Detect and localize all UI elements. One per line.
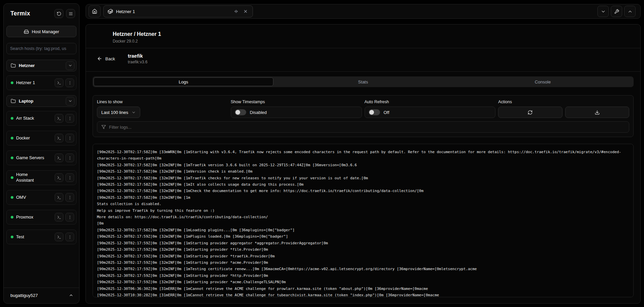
home-button[interactable] <box>89 5 101 17</box>
host-terminal-button[interactable] <box>55 154 63 162</box>
breadcrumb-title: Hetzner / Hetzner 1 <box>113 31 632 37</box>
panel-header: Hetzner / Hetzner 1 Docker 29.0.2 <box>86 24 640 48</box>
kebab-menu-icon <box>68 136 72 140</box>
back-label: Back <box>105 56 115 61</box>
split-view-button[interactable] <box>233 8 239 14</box>
folder-icon <box>11 99 16 104</box>
collapse-panel-button[interactable] <box>597 6 609 17</box>
group-header-laptop[interactable]: Laptop <box>6 95 76 107</box>
show-timestamps-switch[interactable] <box>235 109 246 115</box>
host-name: OMV <box>16 195 45 200</box>
close-tab-button[interactable] <box>243 8 249 14</box>
log-line: [90m2025-12-30T02:17:59Z[0m [32mINF[0m [… <box>97 279 629 285</box>
filter-logs-input[interactable] <box>109 125 625 130</box>
lines-to-show-select[interactable]: Last 100 lines <box>97 107 140 118</box>
host-terminal-button[interactable] <box>55 213 63 222</box>
container-image: traefik:v3.6 <box>128 60 148 64</box>
host-row-arr-stack[interactable]: Arr Stack <box>6 111 76 126</box>
tab-stats[interactable]: Stats <box>273 77 453 86</box>
auto-refresh-switch[interactable] <box>369 109 380 115</box>
host-menu-button[interactable] <box>65 114 74 123</box>
host-menu-button[interactable] <box>65 154 74 162</box>
split-view-icon <box>234 9 238 14</box>
host-status-dot <box>11 196 13 199</box>
log-line: [90m2025-12-30T02:17:59Z[0m [32mINF[0m [… <box>97 240 629 246</box>
sidebar-refresh-button[interactable] <box>54 9 63 18</box>
log-output[interactable]: [90m2025-12-30T02:17:58Z[0m [33mWRN[0m [… <box>93 144 634 297</box>
host-status-dot <box>11 137 13 139</box>
app-title: Termix <box>10 10 52 17</box>
host-menu-button[interactable] <box>65 78 74 87</box>
sidebar-footer: bugattiguy527 <box>4 288 79 303</box>
kebab-menu-icon <box>68 116 72 121</box>
host-menu-button[interactable] <box>65 193 74 202</box>
lines-to-show-group: Lines to show Last 100 lines <box>97 100 228 118</box>
log-line: [90m2025-12-30T10:30:28Z[0m [31mERR[0m [… <box>97 292 629 297</box>
host-row-game-servers[interactable]: Game Servers <box>6 150 76 165</box>
container-info: traefik traefik:v3.6 <box>128 53 148 64</box>
tab-logs[interactable]: Logs <box>94 77 273 86</box>
topbar-actions <box>597 6 636 17</box>
host-terminal-button[interactable] <box>55 134 63 142</box>
group-collapse-button[interactable] <box>66 97 74 106</box>
user-menu-button[interactable] <box>67 291 75 299</box>
menu-icon <box>68 11 73 16</box>
host-row-home-assistant[interactable]: Home Assistant <box>6 170 76 185</box>
log-line: [90m2025-12-30T02:17:59Z[0m [32mINF[0m [… <box>97 253 629 259</box>
kebab-menu-icon <box>68 81 72 85</box>
show-timestamps-value: Disabled <box>250 110 267 115</box>
host-status-dot <box>11 236 13 238</box>
expand-panel-button[interactable] <box>624 6 636 17</box>
kebab-menu-icon <box>68 235 72 239</box>
host-terminal-button[interactable] <box>55 173 63 182</box>
terminal-icon <box>57 136 61 140</box>
log-line: [90m2025-12-30T02:17:58Z[0m [32mINF[0m [… <box>97 181 629 188</box>
log-line: More details on: https://doc.traefik.io/… <box>97 214 629 220</box>
host-menu-button[interactable] <box>65 134 74 142</box>
host-group-laptop: Laptop Arr Stack Docker <box>6 95 76 244</box>
host-terminal-button[interactable] <box>55 233 63 241</box>
download-logs-button[interactable] <box>565 107 629 118</box>
host-row-test[interactable]: Test <box>6 230 76 244</box>
chevron-up-icon <box>628 9 633 14</box>
container-tabs-wrap: Logs Stats Console <box>86 72 640 87</box>
host-status-dot <box>11 176 13 179</box>
chevron-down-icon <box>601 9 606 14</box>
log-line: [90m2025-12-30T02:17:58Z[0m [32mINF[0m [… <box>97 168 629 175</box>
host-terminal-button[interactable] <box>55 114 63 123</box>
host-row-omv[interactable]: OMV <box>6 190 76 205</box>
host-menu-button[interactable] <box>65 213 74 222</box>
host-name: Test <box>16 234 45 240</box>
log-line: [90m2025-12-30T02:17:59Z[0m [32mINF[0m [… <box>97 246 629 253</box>
back-button[interactable]: Back <box>97 56 115 61</box>
group-collapse-button[interactable] <box>66 61 74 70</box>
log-line: Help us improve Traefik by turning this … <box>97 207 629 214</box>
footer-username: bugattiguy527 <box>10 293 67 298</box>
host-manager-button[interactable]: Host Manager <box>6 26 76 37</box>
rotate-ccw-icon <box>57 11 61 16</box>
tab-console[interactable]: Console <box>453 77 633 86</box>
tools-button[interactable] <box>611 6 622 17</box>
host-row-hetzner-1[interactable]: Hetzner 1 <box>6 75 76 90</box>
host-list: Hetzner Hetzner 1 Laptop <box>4 54 79 288</box>
host-terminal-button[interactable] <box>55 193 63 202</box>
sidebar-menu-button[interactable] <box>66 9 75 18</box>
home-icon <box>92 9 97 14</box>
log-line: [90m2025-12-30T06:36:30Z[0m [31mERR[0m [… <box>97 286 629 292</box>
host-row-proxmox[interactable]: Proxmox <box>6 210 76 225</box>
log-line: [90m2025-12-30T02:17:59Z[0m [32mINF[0m [… <box>97 233 629 240</box>
host-terminal-button[interactable] <box>55 78 63 87</box>
show-timestamps-row: Disabled <box>231 107 362 118</box>
host-menu-button[interactable] <box>65 173 74 182</box>
tab-hetzner-1[interactable]: Hetzner 1 <box>103 5 253 17</box>
refresh-logs-button[interactable] <box>498 107 562 118</box>
chevron-down-icon <box>68 99 72 103</box>
host-row-docker[interactable]: Docker <box>6 131 76 145</box>
chevron-up-icon <box>69 293 73 298</box>
host-status-dot <box>11 157 13 159</box>
search-hosts-input[interactable] <box>10 46 73 51</box>
group-header-hetzner[interactable]: Hetzner <box>6 60 76 71</box>
host-menu-button[interactable] <box>65 233 74 241</box>
chevron-down-icon <box>131 110 136 115</box>
log-line: [90m2025-12-30T02:17:58Z[0m [33mWRN[0m [… <box>97 149 629 162</box>
